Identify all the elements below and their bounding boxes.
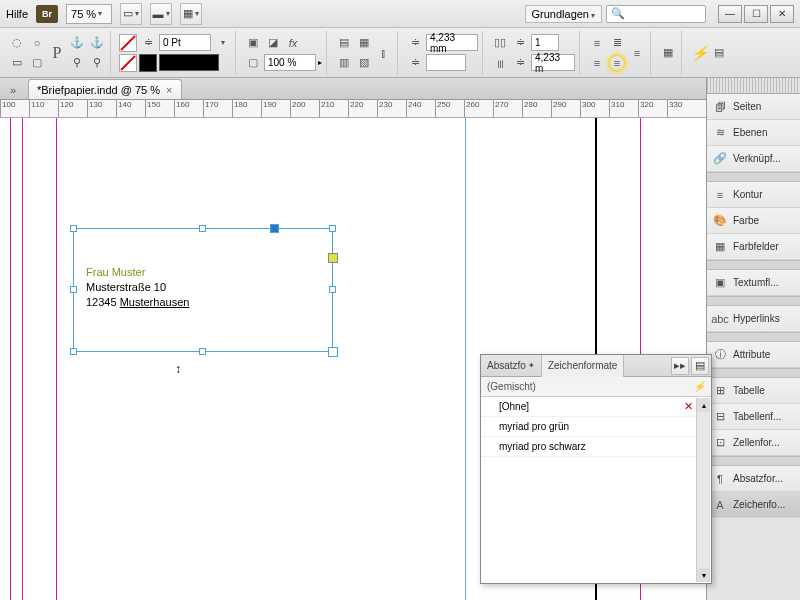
fx-button[interactable]: fx [284,34,302,52]
text-wrap-skip-icon[interactable]: ⫿ [375,44,393,62]
dock-item[interactable]: 🗐Seiten [707,94,800,120]
selected-text-frame[interactable]: Frau Muster Musterstraße 10 12345 Muster… [73,228,333,352]
stroke-preview[interactable] [159,54,219,71]
scroll-down-icon[interactable]: ▾ [697,568,710,582]
gutter-input[interactable]: 4,233 m [531,54,575,71]
frame-options-icon[interactable]: ▦ [659,44,677,62]
columns-input[interactable]: 1 [531,34,559,51]
style-row[interactable]: myriad pro grün [481,417,711,437]
resize-handle[interactable] [70,225,77,232]
quick-apply-icon[interactable]: ⚡ [693,381,705,392]
quick-apply-icon[interactable]: ⚡ [690,44,708,62]
dock-item[interactable]: 🎨Farbe [707,208,800,234]
stepper2-icon[interactable]: ≑ [406,34,424,52]
style-row[interactable]: [Ohne]✕ [481,397,711,417]
cell-h-input[interactable]: 4,233 mm [426,34,478,51]
dock-item[interactable]: ⊟Tabellenf... [707,404,800,430]
stroke-none-icon[interactable] [119,54,137,72]
align-bottom-icon[interactable]: ≡ [608,54,626,72]
ellipse-icon[interactable]: ○ [28,34,46,52]
rect-dashed-icon[interactable]: ▭ [8,54,26,72]
bridge-button[interactable]: Br [36,5,58,23]
align-top-icon[interactable]: ≡ [588,34,606,52]
dock-item[interactable]: ▦Farbfelder [707,234,800,260]
scrollbar[interactable]: ▴ ▾ [696,398,710,582]
resize-handle[interactable] [328,347,338,357]
stepper4-icon[interactable]: ≑ [511,34,529,52]
fx1-icon[interactable]: ▣ [244,34,262,52]
paragraph-styles-tab[interactable]: Absatzfo✦ [481,355,542,377]
text-wrap-shape-icon[interactable]: ▥ [335,54,353,72]
drop-icon[interactable] [213,34,231,52]
fx2-icon[interactable]: ◪ [264,34,282,52]
style-list[interactable]: [Ohne]✕myriad pro grünmyriad pro schwarz [481,397,711,583]
gutter-icon[interactable]: ⫼ [491,54,509,72]
resize-handle[interactable] [329,225,336,232]
workspace-switcher[interactable]: Grundlagen [525,5,603,23]
character-styles-panel[interactable]: Absatzfo✦ Zeichenformate ▸▸ ▤ (Gemischt)… [480,354,712,584]
opacity-slider-icon[interactable]: ▸ [318,58,322,67]
dock-item[interactable]: ⊡Zellenfor... [707,430,800,456]
style-row[interactable]: myriad pro schwarz [481,437,711,457]
minimize-button[interactable]: — [718,5,742,23]
resize-handle[interactable] [199,225,206,232]
dock-item[interactable]: 🔗Verknüpf... [707,146,800,172]
text-wrap-none-icon[interactable]: ▤ [335,34,353,52]
dock-item[interactable]: ⓘAttribute [707,342,800,368]
scroll-up-icon[interactable]: ▴ [697,398,710,412]
anchor-icon[interactable]: ⚓ [68,34,86,52]
clear-override-icon[interactable]: ✕ [684,400,693,413]
anchor3-icon[interactable]: ⚲ [68,54,86,72]
collapse-icon[interactable]: ▸▸ [671,357,689,375]
document-tab[interactable]: *Briefpapier.indd @ 75 % × [28,79,182,99]
paragraph-control-icon[interactable]: P [48,44,66,62]
text-wrap-bound-icon[interactable]: ▦ [355,34,373,52]
dock-item-label: Seiten [733,101,761,112]
resize-handle[interactable] [329,286,336,293]
resize-handle[interactable] [70,348,77,355]
arrange-docs-button[interactable]: ▦ [180,3,202,25]
cell-padding-input[interactable] [426,54,466,71]
dock-item[interactable]: ▣Textumfl... [707,270,800,296]
out-port[interactable] [328,253,338,263]
align-justify-icon[interactable]: ≣ [608,34,626,52]
view-options-button[interactable]: ▭ [120,3,142,25]
dock-item[interactable]: abcHyperlinks [707,306,800,332]
close-button[interactable]: ✕ [770,5,794,23]
stepper5-icon[interactable]: ≑ [511,54,529,72]
ellipse-dashed-icon[interactable]: ◌ [8,34,26,52]
zoom-level[interactable]: 75 % [66,4,112,24]
screen-mode-button[interactable]: ▬ [150,3,172,25]
dock-item[interactable]: ⊞Tabelle [707,378,800,404]
tab-close-icon[interactable]: × [166,84,172,96]
dock-item[interactable]: ≡Kontur [707,182,800,208]
resize-handle[interactable] [199,348,206,355]
tab-scroll-icon[interactable]: » [4,81,22,99]
baseline-icon[interactable]: ≡ [628,44,646,62]
dock-item[interactable]: AZeichenfo... [707,492,800,518]
panel-menu-icon[interactable]: ▤ [710,44,728,62]
anchor4-icon[interactable]: ⚲ [88,54,106,72]
dock-item[interactable]: ≋Ebenen [707,120,800,146]
fill-none-icon[interactable] [119,34,137,52]
rect-icon[interactable]: ▢ [28,54,46,72]
panel-menu-icon[interactable]: ▤ [691,357,709,375]
search-field[interactable]: 🔍 [606,5,706,23]
help-menu[interactable]: Hilfe [6,8,28,20]
character-styles-tab[interactable]: Zeichenformate [542,355,624,377]
dock-item[interactable]: ¶Absatzfor... [707,466,800,492]
blend-icon[interactable]: ▢ [244,54,262,72]
text-wrap-jump-icon[interactable]: ▧ [355,54,373,72]
stroke-weight-input[interactable]: 0 Pt [159,34,211,51]
stepper-icon[interactable]: ≑ [139,34,157,52]
maximize-button[interactable]: ☐ [744,5,768,23]
in-port[interactable] [270,224,279,233]
anchor2-icon[interactable]: ⚓ [88,34,106,52]
resize-handle[interactable] [70,286,77,293]
align-center-icon[interactable]: ≡ [588,54,606,72]
columns-icon[interactable]: ▯▯ [491,34,509,52]
opacity-input[interactable]: 100 % [264,54,316,71]
stepper3-icon[interactable]: ≑ [406,54,424,72]
stroke-style-swatch[interactable] [139,54,157,72]
dock-grip[interactable] [707,78,800,94]
